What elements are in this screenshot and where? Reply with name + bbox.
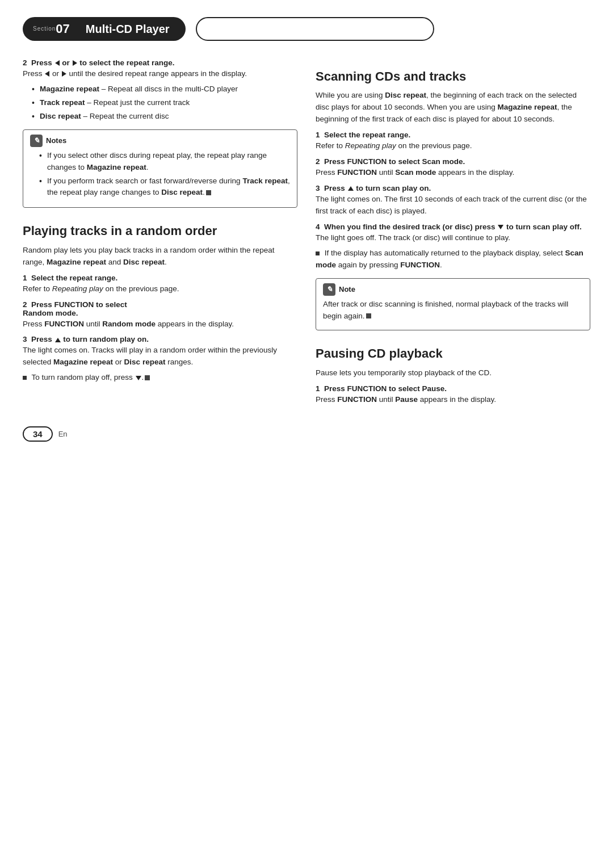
list-item: Track repeat – Repeat just the current t… — [32, 97, 297, 109]
section-label: Section — [33, 26, 56, 32]
bullet-list: Magazine repeat – Repeat all discs in th… — [32, 83, 297, 123]
right-column: Scanning CDs and tracks While you are us… — [316, 53, 590, 409]
page-number: 34 — [23, 426, 53, 442]
list-item: Magazine repeat – Repeat all discs in th… — [32, 83, 297, 95]
note-item-2: If you perform track search or fast forw… — [39, 175, 290, 199]
notes-box: ✎ Notes If you select other discs during… — [23, 129, 297, 208]
note-item-1: If you select other discs during repeat … — [39, 150, 290, 174]
scanning-intro: While you are using Disc repeat, the beg… — [316, 90, 590, 125]
notes-list: If you select other discs during repeat … — [39, 150, 290, 199]
random-step1-heading: 1 Select the repeat range. — [23, 274, 297, 282]
section-badge: Section 07 — [23, 17, 78, 41]
step2-heading: 2 Press or to select the repeat range. — [23, 58, 297, 67]
main-content: 2 Press or to select the repeat range. P… — [23, 53, 590, 409]
scan-step2-heading: 2 Press FUNCTION to select Scan mode. — [316, 157, 590, 166]
random-step2-heading: 2 Press FUNCTION to selectRandom mode. — [23, 300, 297, 317]
notes-label: Notes — [46, 136, 66, 145]
page-header: Section 07 Multi-CD Player — [23, 17, 590, 41]
section-num: 07 — [56, 23, 69, 35]
step2-body: Press or until the desired repeat range … — [23, 68, 297, 80]
page: Section 07 Multi-CD Player 2 Press or to… — [0, 0, 613, 868]
scan-step4-body: The light goes off. The track (or disc) … — [316, 232, 590, 244]
scan-step1-body: Refer to Repeating play on the previous … — [316, 140, 590, 152]
footer-lang: En — [58, 430, 68, 438]
notes-header: ✎ Notes — [30, 135, 290, 147]
random-step3-body: The light comes on. Tracks will play in … — [23, 345, 297, 368]
scan-step2-body: Press FUNCTION until Scan mode appears i… — [316, 167, 590, 179]
random-step2-body: Press FUNCTION until Random mode appears… — [23, 318, 297, 330]
pausing-intro: Pause lets you temporarily stop playback… — [316, 367, 590, 379]
random-step1-body: Refer to Repeating play on the previous … — [23, 283, 297, 295]
scanning-title: Scanning CDs and tracks — [316, 69, 590, 84]
footer: 34 En — [23, 426, 590, 442]
note-body: After track or disc scanning is finished… — [323, 299, 583, 322]
random-intro: Random play lets you play back tracks in… — [23, 245, 297, 269]
random-section-title: Playing tracks in a random order — [23, 224, 297, 238]
scan-step4-heading: 4 When you find the desired track (or di… — [316, 223, 590, 231]
note-icon: ✎ — [323, 283, 335, 296]
left-column: 2 Press or to select the repeat range. P… — [23, 53, 297, 409]
scan-step3-heading: 3 Press to turn scan play on. — [316, 184, 590, 192]
random-step3-note: To turn random play off, press . — [23, 372, 297, 384]
note-header: ✎ Note — [323, 283, 583, 296]
note-label: Note — [339, 285, 355, 293]
pausing-step1-body: Press FUNCTION until Pause appears in th… — [316, 394, 590, 406]
header-right-pill — [196, 17, 434, 41]
scan-step4-note: If the display has automatically returne… — [316, 248, 590, 271]
note-box: ✎ Note After track or disc scanning is f… — [316, 278, 590, 331]
header-title: Multi-CD Player — [78, 17, 186, 41]
list-item: Disc repeat – Repeat the current disc — [32, 111, 297, 123]
pausing-step1-heading: 1 Press FUNCTION to select Pause. — [316, 384, 590, 393]
scan-step3-body: The light comes on. The first 10 seconds… — [316, 194, 590, 217]
pausing-title: Pausing CD playback — [316, 346, 590, 361]
notes-icon: ✎ — [30, 135, 43, 147]
scan-step1-heading: 1 Select the repeat range. — [316, 131, 590, 139]
random-step3-heading: 3 Press to turn random play on. — [23, 335, 297, 343]
